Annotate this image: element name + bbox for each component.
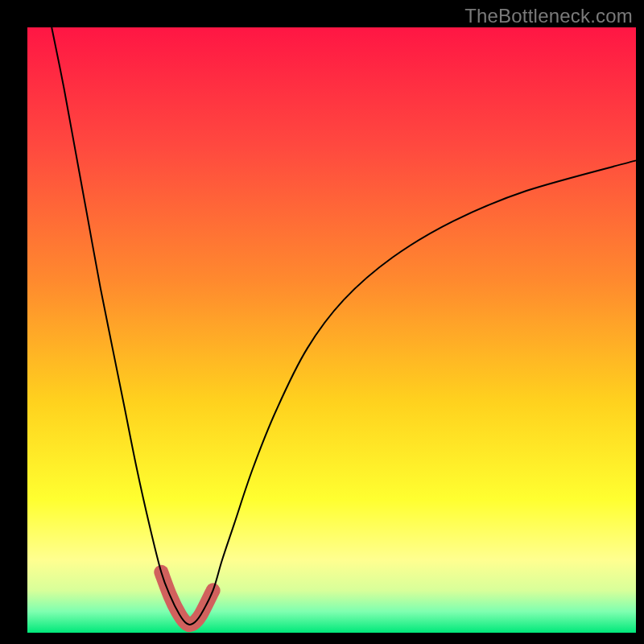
- bottleneck-chart: [0, 0, 644, 644]
- plot-background: [27, 27, 636, 633]
- watermark-text: TheBottleneck.com: [464, 5, 633, 27]
- chart-container: TheBottleneck.com: [0, 0, 644, 644]
